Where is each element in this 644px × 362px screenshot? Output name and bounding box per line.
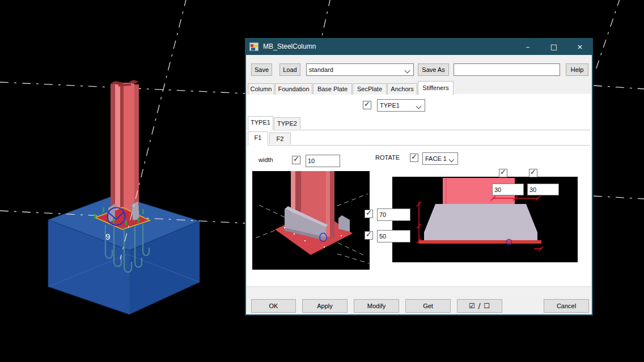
rotate-checkbox[interactable]: ✓ bbox=[410, 154, 418, 162]
dim-offset-b-input[interactable] bbox=[527, 184, 559, 195]
tab-type2[interactable]: TYPE2 bbox=[274, 117, 300, 129]
check-icon: ✓ bbox=[366, 230, 372, 239]
tab-stiffeners[interactable]: Stiffeners bbox=[418, 81, 454, 95]
title-bar[interactable]: MB_SteelColumn – □ × bbox=[245, 38, 593, 55]
maximize-icon[interactable]: □ bbox=[541, 38, 567, 55]
apply-button[interactable]: Apply bbox=[302, 299, 348, 313]
section-base-plate bbox=[418, 240, 541, 244]
close-icon[interactable]: × bbox=[567, 38, 593, 55]
tab-column[interactable]: Column bbox=[248, 83, 274, 95]
screen: 9 MB_SteelColumn – □ × Save Load standar… bbox=[0, 0, 644, 362]
type-combobox-value: TYPE1 bbox=[380, 102, 400, 109]
dim-upper-checkbox[interactable]: ✓ bbox=[365, 210, 373, 218]
stiffener-3d-preview bbox=[252, 171, 370, 270]
dim-offset-a-input[interactable] bbox=[492, 184, 524, 195]
tab-foundation[interactable]: Foundation bbox=[275, 83, 312, 95]
dim-lower-input[interactable] bbox=[377, 230, 410, 242]
tab-base-plate[interactable]: Base Plate bbox=[313, 83, 352, 95]
width-label: width bbox=[259, 156, 273, 163]
footer-bar: OK Apply Modify Get ☑ / ☐ Cancel bbox=[246, 287, 592, 314]
type-combobox[interactable]: TYPE1 bbox=[377, 99, 425, 112]
modify-button[interactable]: Modify bbox=[354, 299, 399, 313]
get-button[interactable]: Get bbox=[405, 299, 451, 313]
width-input[interactable] bbox=[306, 155, 340, 167]
check-icon: ✓ bbox=[293, 155, 299, 163]
tab-secplate[interactable]: SecPlate bbox=[353, 83, 387, 95]
preview-stiffener-right bbox=[338, 215, 350, 232]
toggle-all-checkboxes-button[interactable]: ☑ / ☐ bbox=[457, 299, 502, 313]
minimize-icon[interactable]: – bbox=[515, 38, 541, 55]
window-title: MB_SteelColumn bbox=[263, 42, 316, 50]
grid-label-9: 9 bbox=[105, 232, 110, 241]
rotate-face-combobox[interactable]: FACE 1 bbox=[422, 152, 458, 165]
tab-f2[interactable]: F2 bbox=[269, 133, 291, 144]
load-button[interactable]: Load bbox=[279, 63, 300, 76]
type-checkbox[interactable]: ✓ bbox=[363, 101, 371, 109]
check-icon: ✓ bbox=[366, 208, 372, 217]
rotate-face-combobox-value: FACE 1 bbox=[425, 155, 447, 162]
width-checkbox[interactable]: ✓ bbox=[292, 156, 300, 164]
dim-upper-input[interactable] bbox=[377, 208, 410, 221]
preset-combobox-value: standard bbox=[309, 66, 333, 73]
save-as-name-field[interactable] bbox=[454, 63, 560, 76]
tab-f1[interactable]: F1 bbox=[248, 131, 268, 146]
section-stiffener bbox=[424, 204, 537, 240]
tab-anchors[interactable]: Anchors bbox=[387, 83, 417, 95]
save-button[interactable]: Save bbox=[251, 63, 272, 76]
rotate-label: ROTATE bbox=[375, 154, 400, 161]
save-as-button[interactable]: Save As bbox=[418, 63, 449, 76]
dialog-mb-steelcolumn: MB_SteelColumn – □ × Save Load standard … bbox=[245, 38, 593, 316]
dim-offset-b-checkbox[interactable]: ✓ bbox=[529, 169, 537, 177]
cancel-button[interactable]: Cancel bbox=[544, 299, 589, 313]
steel-column bbox=[111, 80, 139, 222]
check-icon: ✓ bbox=[530, 168, 536, 176]
app-icon bbox=[249, 42, 259, 51]
tab-type1[interactable]: TYPE1 bbox=[248, 116, 273, 130]
preset-combobox[interactable]: standard bbox=[306, 63, 414, 76]
check-icon: ✓ bbox=[364, 100, 370, 108]
dim-lower-checkbox[interactable]: ✓ bbox=[365, 231, 373, 240]
help-button[interactable]: Help bbox=[566, 63, 588, 76]
ok-button[interactable]: OK bbox=[251, 299, 296, 313]
dim-offset-a-checkbox[interactable]: ✓ bbox=[499, 169, 507, 177]
check-icon: ✓ bbox=[500, 168, 506, 176]
check-icon: ✓ bbox=[411, 152, 417, 161]
